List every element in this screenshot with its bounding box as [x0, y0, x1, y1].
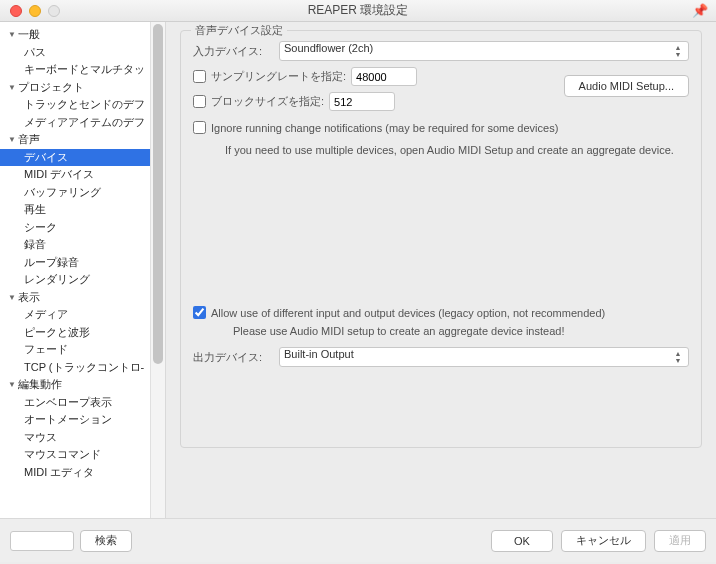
sidebar-item-envelope[interactable]: エンベロープ表示	[0, 394, 165, 412]
sidebar-item-mouse[interactable]: マウス	[0, 429, 165, 447]
sidebar-item-general[interactable]: 一般	[0, 26, 165, 44]
titlebar: REAPER 環境設定 📌	[0, 0, 716, 22]
window-title: REAPER 環境設定	[0, 2, 716, 19]
input-device-label: 入力デバイス:	[193, 44, 279, 59]
pin-icon[interactable]: 📌	[692, 3, 708, 18]
ignore-notifications-label: Ignore running change notifications (may…	[211, 122, 558, 134]
sample-rate-checkbox[interactable]	[193, 70, 206, 83]
sidebar: 一般 パス キーボードとマルチタッ プロジェクト トラックとセンドのデフ メディ…	[0, 22, 166, 518]
allow-diff-label: Allow use of different input and output …	[211, 307, 605, 319]
ok-button[interactable]: OK	[491, 530, 553, 552]
sidebar-scrollbar[interactable]	[150, 22, 165, 518]
audio-midi-setup-button[interactable]: Audio MIDI Setup...	[564, 75, 689, 97]
output-device-label: 出力デバイス:	[193, 350, 279, 365]
sidebar-item-mouse-cmd[interactable]: マウスコマンド	[0, 446, 165, 464]
block-size-checkbox[interactable]	[193, 95, 206, 108]
ignore-notifications-checkbox[interactable]	[193, 121, 206, 134]
sidebar-item-media-defaults[interactable]: メディアアイテムのデフ	[0, 114, 165, 132]
cancel-button[interactable]: キャンセル	[561, 530, 646, 552]
chevron-up-down-icon: ▲▼	[671, 347, 685, 367]
sample-rate-label: サンプリングレートを指定:	[211, 69, 346, 84]
block-size-label: ブロックサイズを指定:	[211, 94, 324, 109]
sidebar-item-project[interactable]: プロジェクト	[0, 79, 165, 97]
input-device-select[interactable]: Soundflower (2ch)	[279, 41, 689, 61]
sidebar-item-audio[interactable]: 音声	[0, 131, 165, 149]
sidebar-item-paths[interactable]: パス	[0, 44, 165, 62]
sample-rate-input[interactable]	[351, 67, 417, 86]
sidebar-item-device[interactable]: デバイス	[0, 149, 165, 167]
category-tree[interactable]: 一般 パス キーボードとマルチタッ プロジェクト トラックとセンドのデフ メディ…	[0, 22, 165, 518]
search-button[interactable]: 検索	[80, 530, 132, 552]
chevron-up-down-icon: ▲▼	[671, 41, 685, 61]
settings-panel: 音声デバイス設定 入力デバイス: Soundflower (2ch) ▲▼ サン…	[166, 22, 716, 518]
sidebar-item-playback[interactable]: 再生	[0, 201, 165, 219]
sidebar-item-track-defaults[interactable]: トラックとセンドのデフ	[0, 96, 165, 114]
sidebar-item-automation[interactable]: オートメーション	[0, 411, 165, 429]
panel-legend: 音声デバイス設定	[191, 23, 287, 38]
sidebar-item-fades[interactable]: フェード	[0, 341, 165, 359]
sidebar-item-midi-editor[interactable]: MIDI エディタ	[0, 464, 165, 482]
block-size-input[interactable]	[329, 92, 395, 111]
output-device-select[interactable]: Built-in Output	[279, 347, 689, 367]
allow-diff-hint: Please use Audio MIDI setup to create an…	[233, 325, 689, 337]
search-input[interactable]	[10, 531, 74, 551]
apply-button[interactable]: 適用	[654, 530, 706, 552]
sidebar-item-media[interactable]: メディア	[0, 306, 165, 324]
sidebar-item-keyboard[interactable]: キーボードとマルチタッ	[0, 61, 165, 79]
allow-diff-checkbox[interactable]	[193, 306, 206, 319]
sidebar-item-loop-rec[interactable]: ループ録音	[0, 254, 165, 272]
sidebar-item-rendering[interactable]: レンダリング	[0, 271, 165, 289]
sidebar-item-midi-devices[interactable]: MIDI デバイス	[0, 166, 165, 184]
sidebar-item-seek[interactable]: シーク	[0, 219, 165, 237]
dialog-footer: 検索 OK キャンセル 適用	[0, 518, 716, 562]
sidebar-item-tcp[interactable]: TCP (トラックコントロ-	[0, 359, 165, 377]
sidebar-item-peaks[interactable]: ピークと波形	[0, 324, 165, 342]
sidebar-item-recording[interactable]: 録音	[0, 236, 165, 254]
aggregate-hint: If you need to use multiple devices, ope…	[225, 144, 689, 156]
sidebar-item-buffering[interactable]: バッファリング	[0, 184, 165, 202]
sidebar-item-editing[interactable]: 編集動作	[0, 376, 165, 394]
sidebar-item-appearance[interactable]: 表示	[0, 289, 165, 307]
